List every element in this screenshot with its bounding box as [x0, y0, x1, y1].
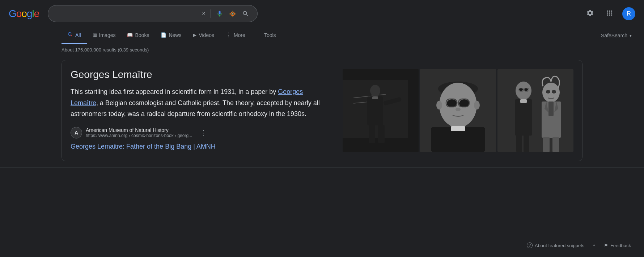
google-logo[interactable]: Google — [9, 8, 39, 20]
nav-item-videos[interactable]: ▶ Videos — [187, 28, 220, 43]
image-search-button[interactable] — [228, 9, 237, 18]
videos-nav-icon: ▶ — [193, 32, 196, 38]
svg-rect-12 — [369, 125, 375, 143]
svg-rect-14 — [372, 96, 378, 99]
svg-rect-47 — [552, 137, 559, 152]
snippet-images — [343, 69, 573, 152]
safesearch-label: SafeSearch — [601, 33, 627, 38]
svg-rect-20 — [451, 126, 465, 131]
nav-item-images[interactable]: ▦ Images — [87, 28, 122, 43]
snippet-text-part2: , a Belgian cosmologist and Catholic pri… — [71, 99, 320, 118]
tools-button[interactable]: Tools — [258, 28, 282, 43]
source-url: https://www.amnh.org › cosmic-horizons-b… — [86, 133, 192, 138]
source-favicon: A — [71, 127, 82, 138]
snippet-image-2[interactable] — [420, 69, 496, 152]
svg-rect-34 — [516, 135, 522, 152]
svg-rect-30 — [497, 69, 573, 152]
snippet-text-part1: This startling idea first appeared in sc… — [71, 88, 278, 95]
flag-icon: ⚑ — [604, 243, 608, 248]
svg-rect-35 — [524, 135, 529, 152]
snippet-left: Georges Lemaître This startling idea fir… — [71, 69, 328, 152]
books-nav-icon: 📖 — [127, 32, 133, 38]
source-more-button[interactable]: ⋮ — [197, 127, 209, 138]
header-right: R — [583, 6, 635, 21]
logo-letter-o2: o — [21, 8, 27, 19]
svg-point-26 — [456, 108, 461, 111]
nav-item-books-label: Books — [135, 32, 149, 38]
nav-bar: All ▦ Images 📖 Books 📄 News ▶ Videos ⋮ M… — [0, 27, 644, 44]
user-avatar[interactable]: R — [622, 7, 635, 20]
search-button[interactable] — [241, 9, 250, 18]
nav-item-news-label: News — [169, 32, 181, 38]
nav-item-books[interactable]: 📖 Books — [121, 28, 155, 43]
clear-button[interactable]: × — [201, 9, 207, 18]
gear-icon — [586, 9, 594, 17]
search-input[interactable]: Who proposed the big bang theory? — [55, 11, 196, 17]
svg-rect-13 — [378, 125, 385, 143]
svg-point-18 — [439, 83, 477, 128]
search-icon — [242, 10, 249, 17]
svg-rect-46 — [543, 137, 550, 152]
bottom-bar: ? About featured snippets • ⚑ Feedback — [514, 234, 644, 257]
divider-line — [211, 9, 211, 18]
snippet-image-3[interactable] — [497, 69, 573, 152]
source-info: American Museum of Natural History https… — [86, 127, 192, 138]
svg-line-3 — [71, 35, 72, 36]
svg-rect-32 — [515, 99, 532, 136]
nav-item-more-label: More — [234, 32, 245, 38]
logo-letter-g2: g — [27, 8, 32, 19]
chevron-down-icon: ▼ — [629, 34, 632, 38]
feedback-button[interactable]: ⚑ Feedback — [599, 240, 635, 251]
source-name: American Museum of Natural History — [86, 127, 192, 133]
nav-item-videos-label: Videos — [199, 32, 214, 38]
lens-icon — [229, 10, 236, 17]
nav-item-images-label: Images — [99, 32, 116, 38]
snippet-text: This startling idea first appeared in sc… — [71, 86, 328, 120]
news-nav-icon: 📄 — [161, 32, 166, 38]
nav-item-all[interactable]: All — [62, 27, 87, 44]
logo-letter-g: G — [9, 8, 16, 19]
bottom-divider — [0, 167, 644, 167]
nav-item-more[interactable]: ⋮ More — [220, 27, 251, 44]
results-count: About 175,000,000 results (0.39 seconds) — [62, 47, 582, 53]
grid-icon — [606, 9, 614, 17]
about-snippets-button[interactable]: ? About featured snippets — [522, 240, 589, 251]
nav-item-news[interactable]: 📄 News — [155, 28, 187, 43]
svg-point-48 — [546, 90, 550, 94]
snippet-title: Georges Lemaître — [71, 69, 328, 80]
svg-point-41 — [542, 83, 560, 102]
settings-button[interactable] — [583, 6, 597, 21]
svg-rect-33 — [520, 99, 527, 103]
svg-rect-43 — [548, 101, 554, 116]
svg-point-49 — [552, 90, 556, 94]
about-snippets-label: About featured snippets — [535, 243, 584, 248]
svg-point-28 — [474, 101, 480, 109]
search-bar[interactable]: Who proposed the big bang theory? × — [48, 5, 258, 22]
logo-letter-o1: o — [16, 8, 22, 19]
google-apps-button[interactable] — [603, 6, 617, 21]
more-dots-icon: ⋮ — [226, 32, 232, 38]
question-circle-icon: ? — [527, 243, 533, 248]
svg-point-27 — [436, 101, 442, 109]
separator: • — [593, 242, 595, 249]
featured-snippet: Georges Lemaître This startling idea fir… — [62, 60, 582, 161]
feedback-label: Feedback — [610, 243, 631, 248]
images-nav-icon: ▦ — [93, 32, 97, 38]
svg-rect-10 — [367, 96, 383, 125]
snippet-result-link[interactable]: Georges Lemaitre: Father of the Big Bang… — [71, 143, 216, 150]
mic-icon — [216, 10, 223, 17]
results-area: About 175,000,000 results (0.39 seconds)… — [0, 44, 644, 161]
svg-point-36 — [519, 88, 523, 91]
logo-letter-e: e — [34, 8, 39, 19]
header: Google Who proposed the big bang theory?… — [0, 0, 644, 27]
nav-item-all-label: All — [75, 32, 81, 38]
search-nav-icon — [67, 32, 73, 38]
svg-point-9 — [370, 85, 380, 96]
snippet-source: A American Museum of Natural History htt… — [71, 127, 328, 138]
safesearch-button[interactable]: SafeSearch ▼ — [598, 28, 635, 43]
voice-search-button[interactable] — [215, 9, 224, 18]
snippet-image-1[interactable] — [343, 69, 419, 152]
